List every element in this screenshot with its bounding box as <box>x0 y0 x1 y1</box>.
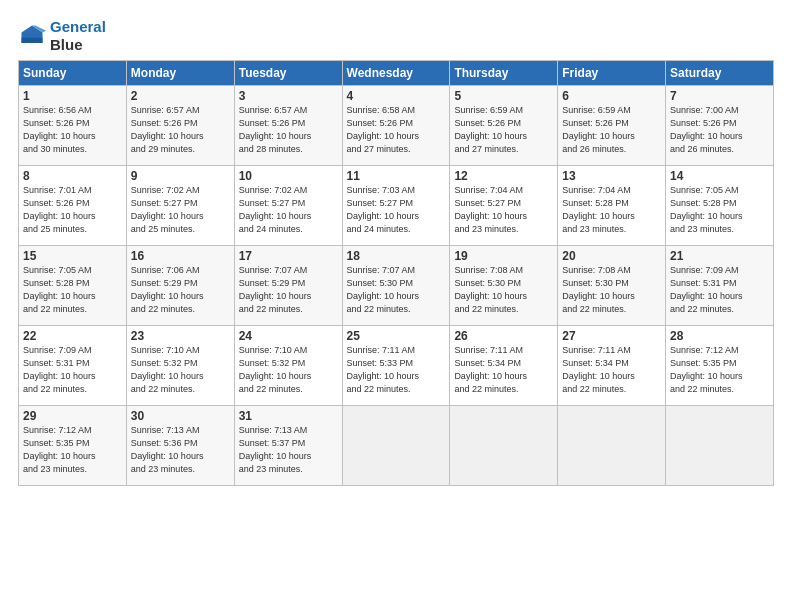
day-info: Sunrise: 7:10 AM Sunset: 5:32 PM Dayligh… <box>131 344 230 396</box>
day-number: 12 <box>454 169 553 183</box>
day-info: Sunrise: 6:57 AM Sunset: 5:26 PM Dayligh… <box>239 104 338 156</box>
day-number: 15 <box>23 249 122 263</box>
calendar-week-row: 29Sunrise: 7:12 AM Sunset: 5:35 PM Dayli… <box>19 406 774 486</box>
calendar-week-row: 1Sunrise: 6:56 AM Sunset: 5:26 PM Daylig… <box>19 86 774 166</box>
day-info: Sunrise: 6:59 AM Sunset: 5:26 PM Dayligh… <box>562 104 661 156</box>
header: General Blue <box>18 18 774 54</box>
day-number: 25 <box>347 329 446 343</box>
day-info: Sunrise: 7:05 AM Sunset: 5:28 PM Dayligh… <box>23 264 122 316</box>
calendar-day-cell <box>558 406 666 486</box>
calendar-day-cell: 3Sunrise: 6:57 AM Sunset: 5:26 PM Daylig… <box>234 86 342 166</box>
day-info: Sunrise: 7:11 AM Sunset: 5:33 PM Dayligh… <box>347 344 446 396</box>
day-info: Sunrise: 7:11 AM Sunset: 5:34 PM Dayligh… <box>454 344 553 396</box>
calendar-day-cell: 10Sunrise: 7:02 AM Sunset: 5:27 PM Dayli… <box>234 166 342 246</box>
calendar-day-cell: 21Sunrise: 7:09 AM Sunset: 5:31 PM Dayli… <box>666 246 774 326</box>
day-number: 29 <box>23 409 122 423</box>
calendar-week-row: 22Sunrise: 7:09 AM Sunset: 5:31 PM Dayli… <box>19 326 774 406</box>
calendar-day-cell: 28Sunrise: 7:12 AM Sunset: 5:35 PM Dayli… <box>666 326 774 406</box>
day-number: 9 <box>131 169 230 183</box>
day-number: 8 <box>23 169 122 183</box>
day-number: 14 <box>670 169 769 183</box>
calendar-day-header: Monday <box>126 61 234 86</box>
calendar-week-row: 15Sunrise: 7:05 AM Sunset: 5:28 PM Dayli… <box>19 246 774 326</box>
calendar-day-header: Sunday <box>19 61 127 86</box>
calendar-day-cell: 27Sunrise: 7:11 AM Sunset: 5:34 PM Dayli… <box>558 326 666 406</box>
day-info: Sunrise: 7:08 AM Sunset: 5:30 PM Dayligh… <box>454 264 553 316</box>
calendar-day-cell: 24Sunrise: 7:10 AM Sunset: 5:32 PM Dayli… <box>234 326 342 406</box>
calendar-day-cell: 11Sunrise: 7:03 AM Sunset: 5:27 PM Dayli… <box>342 166 450 246</box>
calendar-day-cell: 16Sunrise: 7:06 AM Sunset: 5:29 PM Dayli… <box>126 246 234 326</box>
day-number: 19 <box>454 249 553 263</box>
calendar-header-row: SundayMondayTuesdayWednesdayThursdayFrid… <box>19 61 774 86</box>
calendar-day-cell: 9Sunrise: 7:02 AM Sunset: 5:27 PM Daylig… <box>126 166 234 246</box>
day-number: 24 <box>239 329 338 343</box>
calendar-day-header: Saturday <box>666 61 774 86</box>
logo-line1: General <box>50 18 106 36</box>
day-info: Sunrise: 7:01 AM Sunset: 5:26 PM Dayligh… <box>23 184 122 236</box>
day-info: Sunrise: 6:59 AM Sunset: 5:26 PM Dayligh… <box>454 104 553 156</box>
calendar-day-cell: 4Sunrise: 6:58 AM Sunset: 5:26 PM Daylig… <box>342 86 450 166</box>
day-number: 23 <box>131 329 230 343</box>
day-info: Sunrise: 7:11 AM Sunset: 5:34 PM Dayligh… <box>562 344 661 396</box>
calendar-day-cell: 18Sunrise: 7:07 AM Sunset: 5:30 PM Dayli… <box>342 246 450 326</box>
day-number: 4 <box>347 89 446 103</box>
day-number: 13 <box>562 169 661 183</box>
day-info: Sunrise: 7:02 AM Sunset: 5:27 PM Dayligh… <box>239 184 338 236</box>
calendar-day-cell <box>342 406 450 486</box>
calendar-day-cell: 19Sunrise: 7:08 AM Sunset: 5:30 PM Dayli… <box>450 246 558 326</box>
calendar-table: SundayMondayTuesdayWednesdayThursdayFrid… <box>18 60 774 486</box>
day-number: 16 <box>131 249 230 263</box>
day-number: 21 <box>670 249 769 263</box>
logo-icon <box>18 22 46 50</box>
day-info: Sunrise: 7:04 AM Sunset: 5:28 PM Dayligh… <box>562 184 661 236</box>
calendar-day-cell: 30Sunrise: 7:13 AM Sunset: 5:36 PM Dayli… <box>126 406 234 486</box>
day-number: 6 <box>562 89 661 103</box>
day-number: 30 <box>131 409 230 423</box>
calendar-day-cell: 1Sunrise: 6:56 AM Sunset: 5:26 PM Daylig… <box>19 86 127 166</box>
day-number: 17 <box>239 249 338 263</box>
day-info: Sunrise: 7:04 AM Sunset: 5:27 PM Dayligh… <box>454 184 553 236</box>
day-number: 11 <box>347 169 446 183</box>
calendar-day-cell: 7Sunrise: 7:00 AM Sunset: 5:26 PM Daylig… <box>666 86 774 166</box>
day-number: 20 <box>562 249 661 263</box>
day-info: Sunrise: 7:09 AM Sunset: 5:31 PM Dayligh… <box>670 264 769 316</box>
day-number: 31 <box>239 409 338 423</box>
logo-line2: Blue <box>50 36 106 54</box>
calendar-day-header: Thursday <box>450 61 558 86</box>
calendar-day-cell: 12Sunrise: 7:04 AM Sunset: 5:27 PM Dayli… <box>450 166 558 246</box>
day-info: Sunrise: 6:56 AM Sunset: 5:26 PM Dayligh… <box>23 104 122 156</box>
day-info: Sunrise: 7:07 AM Sunset: 5:29 PM Dayligh… <box>239 264 338 316</box>
day-info: Sunrise: 7:12 AM Sunset: 5:35 PM Dayligh… <box>23 424 122 476</box>
calendar-day-header: Tuesday <box>234 61 342 86</box>
day-number: 27 <box>562 329 661 343</box>
day-number: 26 <box>454 329 553 343</box>
calendar-day-cell: 15Sunrise: 7:05 AM Sunset: 5:28 PM Dayli… <box>19 246 127 326</box>
day-info: Sunrise: 7:09 AM Sunset: 5:31 PM Dayligh… <box>23 344 122 396</box>
page-container: General Blue SundayMondayTuesdayWednesda… <box>0 0 792 498</box>
day-info: Sunrise: 7:08 AM Sunset: 5:30 PM Dayligh… <box>562 264 661 316</box>
svg-rect-2 <box>22 38 43 43</box>
day-number: 22 <box>23 329 122 343</box>
calendar-day-cell: 17Sunrise: 7:07 AM Sunset: 5:29 PM Dayli… <box>234 246 342 326</box>
day-number: 1 <box>23 89 122 103</box>
day-number: 5 <box>454 89 553 103</box>
calendar-day-cell: 20Sunrise: 7:08 AM Sunset: 5:30 PM Dayli… <box>558 246 666 326</box>
logo: General Blue <box>18 18 106 54</box>
day-info: Sunrise: 6:57 AM Sunset: 5:26 PM Dayligh… <box>131 104 230 156</box>
day-info: Sunrise: 7:03 AM Sunset: 5:27 PM Dayligh… <box>347 184 446 236</box>
calendar-day-cell: 2Sunrise: 6:57 AM Sunset: 5:26 PM Daylig… <box>126 86 234 166</box>
calendar-day-cell: 31Sunrise: 7:13 AM Sunset: 5:37 PM Dayli… <box>234 406 342 486</box>
day-info: Sunrise: 7:13 AM Sunset: 5:36 PM Dayligh… <box>131 424 230 476</box>
calendar-day-cell: 14Sunrise: 7:05 AM Sunset: 5:28 PM Dayli… <box>666 166 774 246</box>
day-number: 7 <box>670 89 769 103</box>
day-info: Sunrise: 7:10 AM Sunset: 5:32 PM Dayligh… <box>239 344 338 396</box>
calendar-day-cell: 6Sunrise: 6:59 AM Sunset: 5:26 PM Daylig… <box>558 86 666 166</box>
day-info: Sunrise: 7:13 AM Sunset: 5:37 PM Dayligh… <box>239 424 338 476</box>
calendar-day-cell: 25Sunrise: 7:11 AM Sunset: 5:33 PM Dayli… <box>342 326 450 406</box>
calendar-day-cell: 23Sunrise: 7:10 AM Sunset: 5:32 PM Dayli… <box>126 326 234 406</box>
calendar-day-header: Wednesday <box>342 61 450 86</box>
day-number: 2 <box>131 89 230 103</box>
calendar-day-cell: 26Sunrise: 7:11 AM Sunset: 5:34 PM Dayli… <box>450 326 558 406</box>
calendar-day-cell: 5Sunrise: 6:59 AM Sunset: 5:26 PM Daylig… <box>450 86 558 166</box>
calendar-day-cell <box>666 406 774 486</box>
